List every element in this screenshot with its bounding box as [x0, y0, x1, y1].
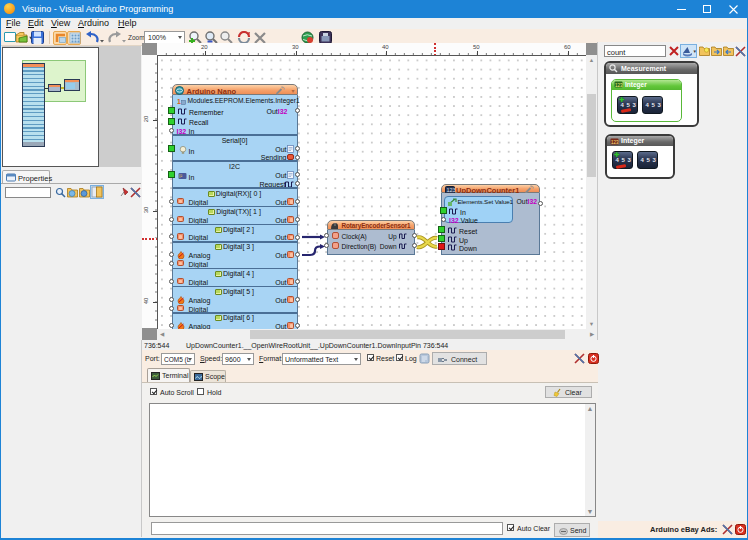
- svg-text:123: 123: [615, 83, 623, 88]
- svg-text:123: 123: [611, 139, 619, 144]
